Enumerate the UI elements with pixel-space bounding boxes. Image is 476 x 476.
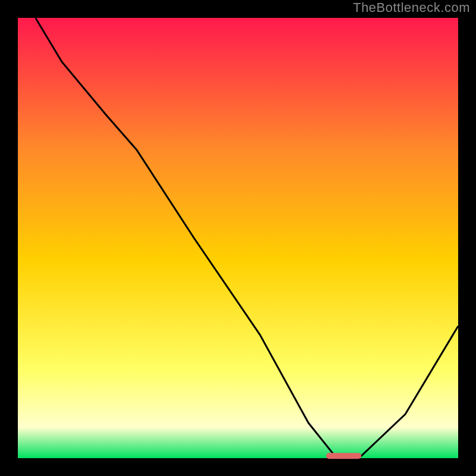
watermark-text: TheBottleneck.com xyxy=(353,0,470,15)
optimum-marker xyxy=(326,453,361,459)
gradient-background xyxy=(18,18,458,458)
bottleneck-chart xyxy=(0,0,476,476)
